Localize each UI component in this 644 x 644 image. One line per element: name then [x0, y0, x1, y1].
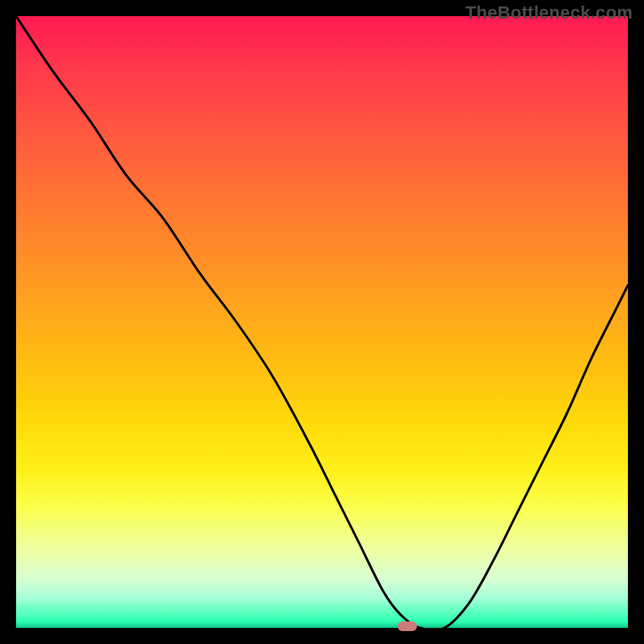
minimum-marker — [398, 621, 417, 631]
chart-container: TheBottleneck.com — [0, 0, 644, 644]
plot-area — [16, 16, 628, 628]
watermark-label: TheBottleneck.com — [465, 2, 633, 23]
bottleneck-curve — [16, 16, 628, 628]
